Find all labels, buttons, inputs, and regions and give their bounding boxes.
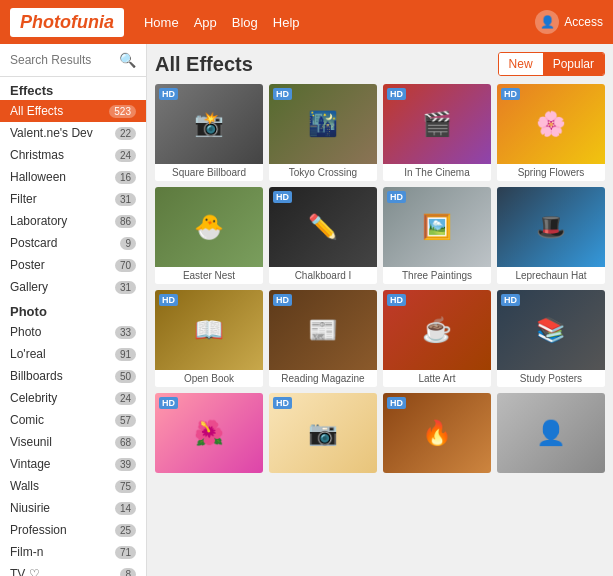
sidebar-item-laboratory[interactable]: Laboratory86 <box>0 210 146 232</box>
nav-app[interactable]: App <box>194 15 217 30</box>
effect-name: Three Paintings <box>383 267 491 284</box>
effect-card[interactable]: 🎩Leprechaun Hat <box>497 187 605 284</box>
sidebar-item-count: 57 <box>115 414 136 427</box>
effects-grid: 📸HDSquare Billboard🌃HDTokyo Crossing🎬HDI… <box>155 84 605 473</box>
hd-badge: HD <box>273 191 292 203</box>
sidebar-item-comic[interactable]: Comic57 <box>0 409 146 431</box>
access-button[interactable]: 👤 Access <box>535 10 603 34</box>
sidebar-item-viseunil[interactable]: Viseunil68 <box>0 431 146 453</box>
effect-card[interactable]: 📰HDReading Magazine <box>269 290 377 387</box>
sidebar-item-label: Celebrity <box>10 391 57 405</box>
effect-card[interactable]: 📸HDSquare Billboard <box>155 84 263 181</box>
sidebar-item-vintage[interactable]: Vintage39 <box>0 453 146 475</box>
sidebar-item-count: 71 <box>115 546 136 559</box>
hd-badge: HD <box>387 397 406 409</box>
hd-badge: HD <box>273 397 292 409</box>
content-header: All Effects New Popular <box>155 52 605 76</box>
sidebar-item-lo-real[interactable]: Lo'real91 <box>0 343 146 365</box>
sidebar-item-christmas[interactable]: Christmas24 <box>0 144 146 166</box>
logo[interactable]: Photofunia <box>10 8 124 37</box>
nav-home[interactable]: Home <box>144 15 179 30</box>
sidebar-item-tv--[interactable]: TV ♡8 <box>0 563 146 576</box>
sidebar-item-count: 9 <box>120 237 136 250</box>
hd-badge: HD <box>501 294 520 306</box>
sidebar-item-profession[interactable]: Profession25 <box>0 519 146 541</box>
effect-name: Tokyo Crossing <box>269 164 377 181</box>
sidebar-item-count: 14 <box>115 502 136 515</box>
effect-card[interactable]: ✏️HDChalkboard I <box>269 187 377 284</box>
effect-card[interactable]: 📚HDStudy Posters <box>497 290 605 387</box>
main-nav: Home App Blog Help <box>144 15 515 30</box>
sidebar-item-label: Valent.ne's Dev <box>10 126 93 140</box>
effect-card[interactable]: 🖼️HDThree Paintings <box>383 187 491 284</box>
sidebar-item-celebrity[interactable]: Celebrity24 <box>0 387 146 409</box>
effect-card[interactable]: ☕HDLatte Art <box>383 290 491 387</box>
sidebar-item-gallery[interactable]: Gallery31 <box>0 276 146 298</box>
effect-name: In The Cinema <box>383 164 491 181</box>
sidebar-item-halloween[interactable]: Halloween16 <box>0 166 146 188</box>
search-icon[interactable]: 🔍 <box>119 52 136 68</box>
sidebar-item-label: Photo <box>10 325 41 339</box>
hd-badge: HD <box>387 191 406 203</box>
sidebar-item-all-effects[interactable]: All Effects523 <box>0 100 146 122</box>
sidebar-item-count: 8 <box>120 568 136 577</box>
hd-badge: HD <box>387 88 406 100</box>
effect-thumbnail: 👤 <box>497 393 605 473</box>
nav-help[interactable]: Help <box>273 15 300 30</box>
sidebar-item-count: 25 <box>115 524 136 537</box>
effect-thumbnail: 🐣 <box>155 187 263 267</box>
main-container: 🔍 EffectsAll Effects523Valent.ne's Dev22… <box>0 44 613 576</box>
sidebar-item-walls[interactable]: Walls75 <box>0 475 146 497</box>
sidebar-item-photo[interactable]: Photo33 <box>0 321 146 343</box>
sidebar-item-label: Poster <box>10 258 45 272</box>
sidebar-item-label: Comic <box>10 413 44 427</box>
effect-card[interactable]: 🐣Easter Nest <box>155 187 263 284</box>
search-input[interactable] <box>10 53 114 67</box>
effect-name: Reading Magazine <box>269 370 377 387</box>
effect-card[interactable]: 🌸HDSpring Flowers <box>497 84 605 181</box>
effect-card[interactable]: 📖HDOpen Book <box>155 290 263 387</box>
effect-card[interactable]: 🔥HD <box>383 393 491 473</box>
effect-card[interactable]: 👤 <box>497 393 605 473</box>
nav-blog[interactable]: Blog <box>232 15 258 30</box>
sidebar-item-count: 33 <box>115 326 136 339</box>
effect-name: Latte Art <box>383 370 491 387</box>
sidebar: 🔍 EffectsAll Effects523Valent.ne's Dev22… <box>0 44 147 576</box>
effect-card[interactable]: 📷HD <box>269 393 377 473</box>
sidebar-item-label: All Effects <box>10 104 63 118</box>
effect-name: Open Book <box>155 370 263 387</box>
sidebar-item-label: Walls <box>10 479 39 493</box>
effect-name: Easter Nest <box>155 267 263 284</box>
sidebar-item-count: 39 <box>115 458 136 471</box>
sidebar-item-niusirie[interactable]: Niusirie14 <box>0 497 146 519</box>
tab-new[interactable]: New <box>499 53 543 75</box>
sidebar-item-filter[interactable]: Filter31 <box>0 188 146 210</box>
tab-popular[interactable]: Popular <box>543 53 604 75</box>
page-title: All Effects <box>155 53 253 76</box>
sidebar-item-label: Gallery <box>10 280 48 294</box>
sidebar-item-poster[interactable]: Poster70 <box>0 254 146 276</box>
sidebar-item-count: 86 <box>115 215 136 228</box>
sidebar-item-label: Billboards <box>10 369 63 383</box>
sidebar-item-count: 68 <box>115 436 136 449</box>
sidebar-item-count: 31 <box>115 281 136 294</box>
sidebar-item-postcard[interactable]: Postcard9 <box>0 232 146 254</box>
sidebar-item-billboards[interactable]: Billboards50 <box>0 365 146 387</box>
sidebar-item-label: Filter <box>10 192 37 206</box>
sidebar-item-count: 50 <box>115 370 136 383</box>
effect-card[interactable]: 🎬HDIn The Cinema <box>383 84 491 181</box>
effect-card[interactable]: 🌃HDTokyo Crossing <box>269 84 377 181</box>
effect-name: Study Posters <box>497 370 605 387</box>
sidebar-item-count: 523 <box>109 105 136 118</box>
sidebar-item-count: 75 <box>115 480 136 493</box>
sidebar-item-label: Laboratory <box>10 214 67 228</box>
effect-name: Square Billboard <box>155 164 263 181</box>
sidebar-item-valent-ne-s-dev[interactable]: Valent.ne's Dev22 <box>0 122 146 144</box>
sidebar-item-label: TV ♡ <box>10 567 40 576</box>
tabs: New Popular <box>498 52 605 76</box>
effect-card[interactable]: 🌺HD <box>155 393 263 473</box>
hd-badge: HD <box>273 294 292 306</box>
effect-thumbnail: 🎩 <box>497 187 605 267</box>
sidebar-item-count: 22 <box>115 127 136 140</box>
sidebar-item-film-n[interactable]: Film-n71 <box>0 541 146 563</box>
